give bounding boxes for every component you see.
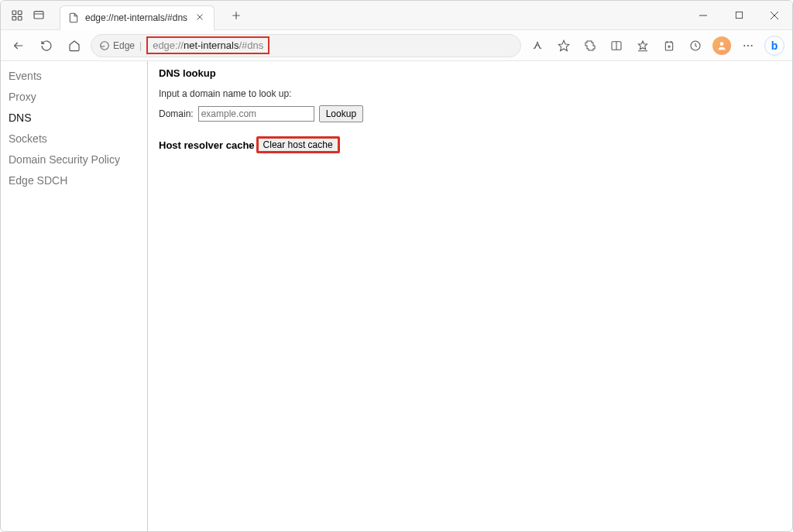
svg-rect-4	[34, 11, 43, 18]
history-icon[interactable]	[684, 34, 707, 57]
sidebar-item-edge-sdch[interactable]: Edge SDCH	[1, 170, 147, 191]
url-path: /#dns	[239, 39, 263, 51]
domain-label: Domain:	[159, 108, 194, 119]
sidebar-item-events[interactable]: Events	[1, 66, 147, 87]
sidebar: Events Proxy DNS Sockets Domain Security…	[1, 61, 148, 532]
close-tab-icon[interactable]	[195, 12, 206, 23]
content-area: Events Proxy DNS Sockets Domain Security…	[1, 61, 792, 532]
lookup-button[interactable]: Lookup	[319, 105, 363, 122]
more-icon[interactable]	[736, 34, 760, 57]
extensions-icon[interactable]	[578, 34, 602, 57]
bing-button[interactable]: b	[763, 34, 786, 57]
toolbar-right: b	[526, 34, 786, 57]
svg-rect-0	[12, 11, 16, 15]
favorites-bar-icon[interactable]	[631, 34, 654, 57]
profile-avatar[interactable]	[710, 34, 733, 57]
workspaces-icon[interactable]	[10, 9, 24, 22]
sidebar-item-dns[interactable]: DNS	[1, 108, 147, 129]
domain-row: Domain: Lookup	[159, 105, 363, 122]
url-highlight-box: edge://net-internals/#dns	[146, 36, 269, 54]
domain-input[interactable]	[198, 106, 314, 122]
minimize-button[interactable]	[685, 1, 721, 30]
window-controls	[685, 1, 792, 30]
favorite-icon[interactable]	[552, 34, 575, 57]
dns-lookup-title: DNS lookup	[159, 67, 363, 79]
back-button[interactable]	[7, 34, 30, 57]
home-button[interactable]	[63, 34, 86, 57]
url-host: net-internals	[184, 39, 239, 51]
svg-rect-1	[18, 11, 22, 15]
svg-point-27	[720, 42, 724, 46]
svg-point-28	[743, 44, 745, 46]
svg-marker-19	[638, 41, 647, 50]
sidebar-item-proxy[interactable]: Proxy	[1, 87, 147, 108]
title-left-group: edge://net-internals/#dns	[1, 1, 247, 30]
main-panel: DNS lookup Input a domain name to look u…	[148, 61, 374, 532]
new-tab-button[interactable]	[225, 5, 247, 26]
refresh-button[interactable]	[35, 34, 58, 57]
svg-rect-11	[736, 12, 742, 18]
svg-marker-16	[558, 40, 568, 50]
collections-icon[interactable]	[657, 34, 681, 57]
svg-point-30	[751, 44, 753, 46]
tab-title: edge://net-internals/#dns	[85, 12, 189, 23]
edge-label-text: Edge	[113, 40, 135, 51]
browser-tab[interactable]: edge://net-internals/#dns	[60, 5, 215, 30]
address-separator: |	[139, 40, 142, 51]
address-bar[interactable]: Edge | edge://net-internals/#dns	[91, 34, 521, 57]
sidebar-item-sockets[interactable]: Sockets	[1, 129, 147, 149]
svg-point-29	[747, 44, 749, 46]
clear-host-cache-button[interactable]: Clear host cache	[256, 136, 340, 153]
sidebar-item-domain-security-policy[interactable]: Domain Security Policy	[1, 149, 147, 170]
tab-actions-icon[interactable]	[32, 9, 46, 22]
read-aloud-icon[interactable]	[526, 34, 549, 57]
maximize-button[interactable]	[721, 1, 757, 30]
domain-instruction: Input a domain name to look up:	[159, 88, 363, 99]
host-resolver-cache-row: Host resolver cache Clear host cache	[159, 136, 363, 153]
close-window-button[interactable]	[757, 1, 792, 30]
page-icon	[68, 12, 79, 23]
url-scheme: edge://	[153, 39, 184, 51]
host-resolver-cache-label: Host resolver cache	[159, 139, 255, 151]
edge-identity: Edge	[99, 40, 135, 51]
svg-rect-3	[18, 16, 22, 20]
title-bar: edge://net-internals/#dns	[1, 1, 792, 30]
svg-rect-2	[12, 16, 16, 20]
split-screen-icon[interactable]	[605, 34, 628, 57]
toolbar: Edge | edge://net-internals/#dns b	[1, 30, 792, 61]
